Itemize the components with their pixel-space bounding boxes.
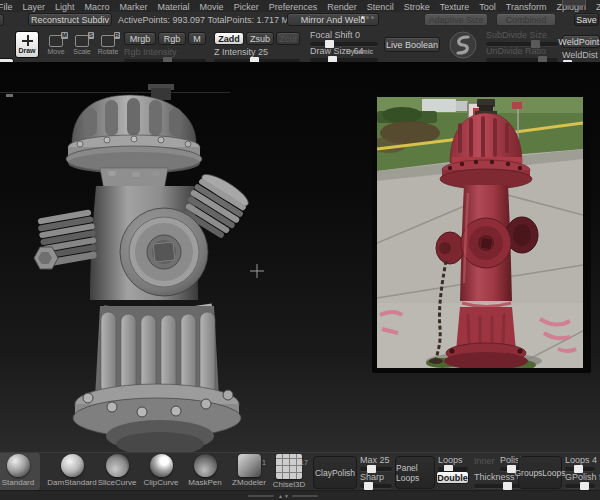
mirror-and-weld-button[interactable]: Mirror And Weld xyxy=(287,13,379,26)
mrgb-toggle[interactable]: Mrgb xyxy=(124,32,156,45)
sculpt-model-hydrant[interactable] xyxy=(34,84,253,452)
menu-movie[interactable]: Movie xyxy=(195,2,229,12)
rotate-gizmo-icon: R xyxy=(101,35,115,47)
zbrush-window: File Layer Light Macro Marker Material M… xyxy=(0,0,600,500)
brush-standard-thumb-icon xyxy=(7,454,30,477)
divider-line xyxy=(248,495,274,497)
menu-stroke[interactable]: Stroke xyxy=(399,2,435,12)
brush-standard[interactable]: Standard xyxy=(0,454,41,487)
claypolish-button[interactable]: ClayPolish xyxy=(313,456,357,489)
chisel3d-badge: 17 xyxy=(300,459,308,466)
document-canvas[interactable] xyxy=(0,62,600,452)
weld-points-button[interactable]: WeldPoints xyxy=(562,35,600,48)
custom-top-shelf: Reconstruct Subdiv ActivePoints: 993.097… xyxy=(0,12,600,29)
z-intensity-slider[interactable]: Z Intensity 25 xyxy=(214,47,300,63)
cursor-crosshair xyxy=(250,264,264,278)
collapse-arrows-icon: ▲▼ xyxy=(278,493,290,499)
zbrush-logo-icon[interactable] xyxy=(448,30,478,60)
viewport-svg xyxy=(0,62,600,452)
focal-shift-slider[interactable]: Focal Shift 0 xyxy=(310,30,378,46)
menu-picker[interactable]: Picker xyxy=(229,2,264,12)
loops-slider[interactable]: Loops xyxy=(438,455,468,471)
menu-material[interactable]: Material xyxy=(153,2,195,12)
scale-mode-button[interactable]: S Scale xyxy=(70,31,94,58)
double-toggle[interactable]: Double xyxy=(436,471,469,484)
reference-image-panel[interactable] xyxy=(370,93,591,373)
menu-light[interactable]: Light xyxy=(50,2,80,12)
brush-chisel3d-thumb-icon xyxy=(276,454,302,479)
scale-gizmo-icon: S xyxy=(75,35,89,47)
menu-render[interactable]: Render xyxy=(322,2,362,12)
menu-marker[interactable]: Marker xyxy=(115,2,153,12)
menu-stencil[interactable]: Stencil xyxy=(362,2,399,12)
brush-damstandard-thumb-icon xyxy=(61,454,84,477)
menu-tool[interactable]: Tool xyxy=(474,2,501,12)
reference-photo xyxy=(370,97,583,370)
reconstruct-subdiv-button[interactable]: Reconstruct Subdiv xyxy=(28,13,112,26)
move-mode-button[interactable]: M Move xyxy=(44,31,68,58)
menu-layer[interactable]: Layer xyxy=(18,2,51,12)
m-toggle[interactable]: M xyxy=(188,32,206,45)
menu-transform[interactable]: Transform xyxy=(501,2,552,12)
brush-clipcurve[interactable]: ClipCurve xyxy=(138,454,184,487)
draw-mode-button[interactable]: Draw xyxy=(15,31,39,58)
rgb-intensity-slider: Rgb Intensity xyxy=(124,47,206,63)
bottom-brush-shelf: Standard DamStandard SliceCurve ClipCurv… xyxy=(0,452,600,491)
dynamic-toggle[interactable]: Dynamic xyxy=(346,48,373,55)
subdivide-size-slider: SubDivide Size xyxy=(486,30,558,46)
groups-loops-button[interactable]: GroupsLoops xyxy=(518,456,562,489)
top-tool-shelf: Draw M Move S Scale R Rotate Mrgb Rgb M … xyxy=(0,28,600,63)
combined-button: Combined xyxy=(496,13,556,26)
move-gizmo-icon: M xyxy=(49,35,63,47)
menu-texture[interactable]: Texture xyxy=(435,2,475,12)
brush-clipcurve-thumb-icon xyxy=(150,454,173,477)
clipped-button[interactable] xyxy=(0,14,4,26)
zadd-toggle[interactable]: Zadd xyxy=(214,32,244,45)
menu-file[interactable]: File xyxy=(0,2,18,12)
brush-slicecurve-thumb-icon xyxy=(106,454,129,477)
panel-loops-button[interactable]: Panel Loops xyxy=(395,456,435,489)
rgb-toggle[interactable]: Rgb xyxy=(158,32,186,45)
undivide-ratio-slider: UnDivide Ratio xyxy=(486,46,558,62)
max-slider[interactable]: Max 25 xyxy=(360,455,392,471)
zcut-toggle: Zcut xyxy=(276,32,300,45)
shelf-collapse-bar[interactable]: ▲▼ xyxy=(0,490,600,500)
paging-dots-icon xyxy=(361,16,374,19)
menu-macro[interactable]: Macro xyxy=(80,2,115,12)
gpolish-slider[interactable]: GPolish 50 xyxy=(565,472,595,488)
rotate-mode-button[interactable]: R Rotate xyxy=(96,31,120,58)
points-readout: ActivePoints: 993.097 TotalPoints: 1.717… xyxy=(118,15,293,25)
menu-zscript[interactable]: Zscript xyxy=(591,2,600,12)
window-fragment xyxy=(562,0,586,6)
brush-maskpen[interactable]: MaskPen xyxy=(182,454,228,487)
brush-zmodeler-thumb-icon xyxy=(238,454,261,477)
save-button-top[interactable]: Save xyxy=(574,13,599,26)
inner-toggle: Inner xyxy=(474,456,495,466)
menu-preferences[interactable]: Preferences xyxy=(264,2,323,12)
adaptive-size-button: Adaptive Size xyxy=(424,13,488,26)
sharp-slider[interactable]: Sharp xyxy=(360,472,392,488)
draw-cursor-icon xyxy=(22,35,33,46)
brush-damstandard[interactable]: DamStandard xyxy=(49,454,95,487)
loops4-slider[interactable]: Loops 4 xyxy=(565,455,595,471)
brush-maskpen-thumb-icon xyxy=(194,454,217,477)
zsub-toggle[interactable]: Zsub xyxy=(246,32,274,45)
live-boolean-button[interactable]: Live Boolean xyxy=(384,37,440,52)
divider-line xyxy=(292,495,318,497)
brush-slicecurve[interactable]: SliceCurve xyxy=(94,454,140,487)
